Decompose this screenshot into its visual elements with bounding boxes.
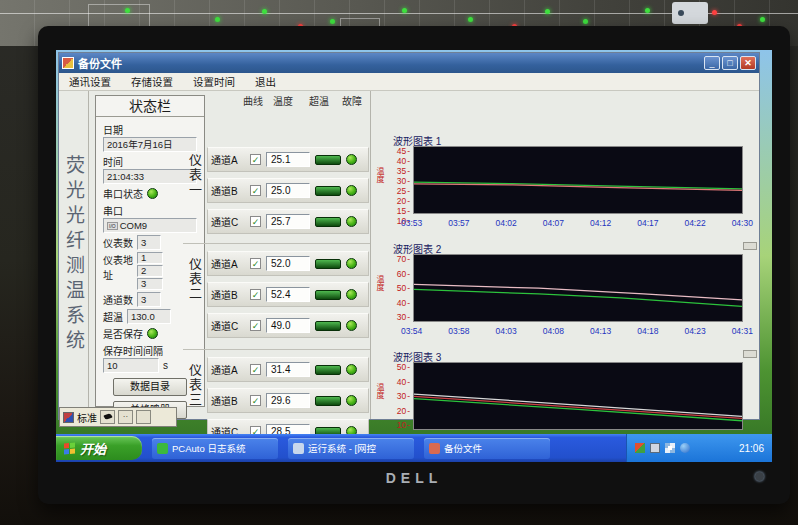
channel-temperature-value: 25.0 [266,183,310,198]
overtemp-led [315,396,341,406]
meter-addr-label: 仪表地址 [103,252,133,282]
minimize-button[interactable]: _ [704,56,720,70]
curve-checkbox[interactable]: ✓ [250,216,261,227]
channel-label: 通道A [211,152,245,167]
divider-vertical [370,91,371,419]
instrument-name: 仪表一 [185,153,204,198]
header-curve: 曲线 [243,93,263,108]
app-window: 备份文件 _ □ ✕ 通讯设置 存储设置 设置时间 退出 荧光光纤测温系统 状态… [58,52,760,420]
tray-app-icon[interactable] [635,443,645,453]
serial-status-label: 串口状态 [103,186,143,201]
channel-label: 通道C [211,318,245,333]
monitor-power-button[interactable] [755,472,764,481]
ime-language-bar: 标准 ·· [59,407,177,427]
channel-row: 通道A ✓ 52.0 [207,251,369,276]
tray-clock: 21:06 [739,443,764,454]
window-titlebar[interactable]: 备份文件 _ □ ✕ [59,53,759,73]
channel-temperature-value: 31.4 [266,362,310,377]
divider-horizontal-2 [183,349,370,350]
windows-flag-icon [64,442,75,454]
channel-label: 通道A [211,362,245,377]
taskbar-item-backup-file[interactable]: 备份文件 [424,438,550,459]
menu-comm-settings[interactable]: 通讯设置 [59,74,121,89]
overtemp-value[interactable]: 130.0 [127,309,171,324]
ime-keyboard-icon[interactable] [63,412,74,423]
chart-palette[interactable] [743,350,757,358]
serial-status-led [147,188,158,199]
curve-checkbox[interactable]: ✓ [250,289,261,300]
taskbar-item-run-system[interactable]: 运行系统 - [网控 [288,438,414,459]
header-temperature: 温度 [273,93,293,108]
io-icon: I/O [107,222,118,230]
wall-device [672,2,708,24]
chart-palette[interactable] [743,242,757,250]
chart-x-ticks: 03:5403:5804:0304:0804:1304:1804:2304:31 [401,326,753,336]
taskbar: 开始 PCAuto 日志系统 运行系统 - [网控 备份文件 21:06 [56,434,772,462]
channel-row: 通道B ✓ 52.4 [207,282,369,307]
channel-temperature-value: 49.0 [266,318,310,333]
save-label: 是否保存 [103,326,143,341]
ime-mode-label[interactable]: 标准 [77,410,97,425]
curve-checkbox[interactable]: ✓ [250,320,261,331]
fault-led [346,216,357,227]
overtemp-led [315,259,341,269]
overtemp-led [315,186,341,196]
data-directory-button[interactable]: 数据目录 [113,378,187,396]
ime-pen-button[interactable] [100,410,115,424]
save-led [147,328,158,339]
channel-temperature-value: 52.0 [266,256,310,271]
channel-row: 通道A ✓ 31.4 [207,357,369,382]
window-title: 备份文件 [78,55,702,71]
fault-led [346,395,357,406]
curve-checkbox[interactable]: ✓ [250,364,261,375]
chart-y-ticks: 7060504030 [383,254,410,322]
monitor-brand-logo: DELL [38,470,790,486]
taskbar-item-log-system[interactable]: PCAuto 日志系统 [152,438,278,459]
ime-minimize-button[interactable] [136,410,151,424]
close-button[interactable]: ✕ [740,56,756,70]
menu-exit[interactable]: 退出 [245,74,286,89]
chart-y-ticks: 5040302010 [383,362,410,430]
menu-set-time[interactable]: 设置时间 [183,74,245,89]
waveform-chart-2: 波形图表 2 温度 7060504030 03:5403:5804:0304:0… [375,241,761,347]
system-tray: 21:06 [626,434,772,462]
overtemp-led [315,217,341,227]
channel-label: 通道B [211,183,245,198]
fault-led [346,289,357,300]
channel-count-label: 通道数 [103,292,133,307]
overtemp-label: 超温 [103,309,123,324]
curve-checkbox[interactable]: ✓ [250,395,261,406]
instrument-group-2: 仪表二 通道A ✓ 52.0 通道B ✓ 52.4 通道C ✓ 49.0 [183,251,369,347]
meter-addr-2[interactable]: 2 [137,265,163,277]
app-icon [157,443,168,454]
waveform-chart-1: 波形图表 1 温度 4540353025201510 03:5303:5704:… [375,133,761,239]
curve-checkbox[interactable]: ✓ [250,154,261,165]
meter-addr-1[interactable]: 1 [137,252,163,264]
header-fault: 故障 [342,93,362,108]
save-interval-value[interactable]: 10 [103,358,159,373]
ime-options-button[interactable]: ·· [118,410,133,424]
chart-plot-area [413,362,743,430]
fault-led [346,364,357,375]
chart-x-ticks: 03:5303:5704:0204:0704:1204:1704:2204:30 [401,218,753,228]
channel-count-value: 3 [137,292,161,307]
tray-wireless-icon[interactable] [665,443,675,453]
menu-storage-settings[interactable]: 存储设置 [121,74,183,89]
tray-messenger-icon[interactable] [680,443,690,453]
start-button[interactable]: 开始 [56,436,142,460]
meter-addr-3[interactable]: 3 [137,278,163,290]
status-panel-title: 状态栏 [96,96,204,117]
maximize-button[interactable]: □ [722,56,738,70]
curve-checkbox[interactable]: ✓ [250,258,261,269]
instrument-group-1: 仪表一 通道A ✓ 25.1 通道B ✓ 25.0 通道C ✓ 25.7 [183,147,369,243]
app-icon [293,443,304,454]
channel-temperature-value: 29.6 [266,393,310,408]
date-label: 日期 [103,122,197,137]
channel-label: 通道C [211,214,245,229]
tray-display-icon[interactable] [650,443,660,453]
curve-checkbox[interactable]: ✓ [250,185,261,196]
overtemp-led [315,155,341,165]
instrument-name: 仪表三 [185,363,204,408]
channel-temperature-value: 52.4 [266,287,310,302]
meter-count-value: 3 [137,235,161,250]
